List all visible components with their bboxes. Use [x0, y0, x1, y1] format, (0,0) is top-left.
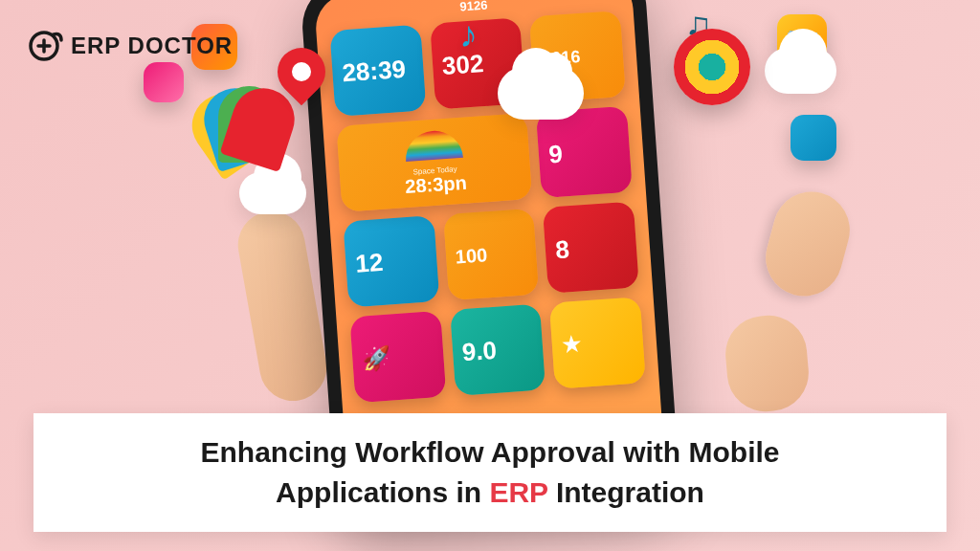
logo-mark-icon [29, 29, 63, 63]
cloud-icon [498, 67, 584, 120]
widget-day: 12 [343, 215, 439, 307]
app-tile-icon [144, 62, 184, 102]
caption-line-2-post: Integration [548, 476, 704, 508]
caption-banner: Enhancing Workflow Approval with Mobile … [33, 413, 947, 532]
target-icon [674, 29, 750, 105]
widget-num: 9 [536, 106, 633, 198]
app-tile-icon [791, 115, 836, 161]
caption-highlight: ERP [489, 476, 547, 508]
widget-rating: 9.0 [450, 304, 546, 396]
widget-weather: Space Today 28:3pn [336, 113, 532, 212]
rainbow-icon [404, 129, 463, 162]
brand-logo: ERP DOCTOR [29, 29, 233, 63]
widget-stat: 100 [443, 209, 540, 300]
hand-thumb-lower [723, 312, 812, 414]
location-pin-icon [278, 48, 325, 115]
widget-small: 8 [543, 201, 639, 293]
widget-misc: ★ [549, 297, 646, 388]
caption-line-1: Enhancing Workflow Approval with Mobile [200, 436, 779, 468]
logo-text: ERP DOCTOR [71, 33, 233, 59]
color-fan-icon [211, 86, 287, 163]
widget-time: 28:39 [329, 25, 426, 117]
music-note-icon: ♪ [459, 14, 478, 55]
hand-thumb [757, 184, 858, 305]
widget-rocket: 🚀 [349, 311, 446, 403]
cloud-icon [765, 48, 836, 94]
cloud-icon [239, 172, 306, 214]
caption-line-2-pre: Applications in [276, 476, 489, 508]
